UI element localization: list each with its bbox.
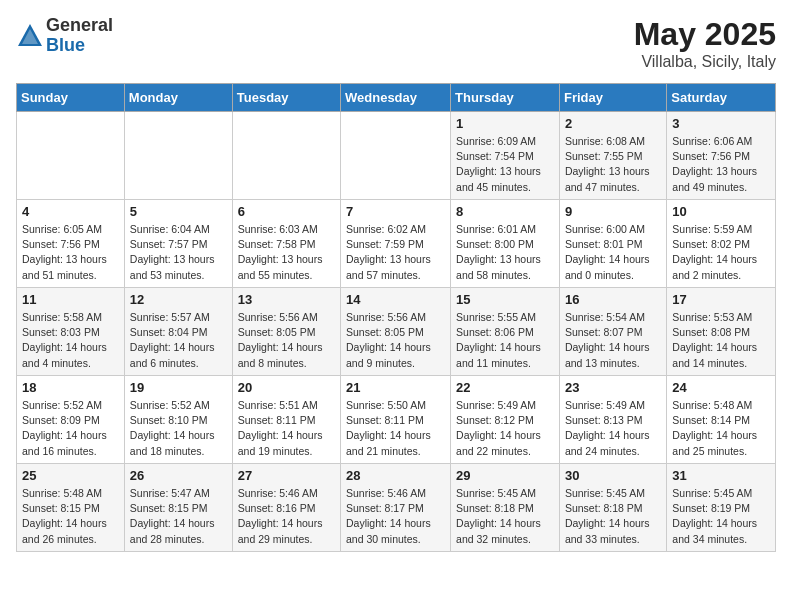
day-number: 1 [456,116,554,131]
calendar-table: SundayMondayTuesdayWednesdayThursdayFrid… [16,83,776,552]
day-number: 5 [130,204,227,219]
day-number: 28 [346,468,445,483]
day-number: 24 [672,380,770,395]
day-number: 9 [565,204,661,219]
day-number: 3 [672,116,770,131]
day-info: Sunrise: 5:53 AM Sunset: 8:08 PM Dayligh… [672,310,770,371]
day-number: 29 [456,468,554,483]
month-title: May 2025 [634,16,776,53]
calendar-cell: 13Sunrise: 5:56 AM Sunset: 8:05 PM Dayli… [232,288,340,376]
day-info: Sunrise: 5:56 AM Sunset: 8:05 PM Dayligh… [238,310,335,371]
day-number: 4 [22,204,119,219]
page-header: General Blue May 2025 Villalba, Sicily, … [16,16,776,71]
day-number: 8 [456,204,554,219]
weekday-header-monday: Monday [124,84,232,112]
weekday-header-wednesday: Wednesday [341,84,451,112]
day-info: Sunrise: 5:51 AM Sunset: 8:11 PM Dayligh… [238,398,335,459]
logo-icon [16,22,44,50]
day-number: 17 [672,292,770,307]
calendar-cell: 17Sunrise: 5:53 AM Sunset: 8:08 PM Dayli… [667,288,776,376]
day-number: 31 [672,468,770,483]
logo-general-text: General [46,16,113,36]
day-info: Sunrise: 6:03 AM Sunset: 7:58 PM Dayligh… [238,222,335,283]
day-number: 10 [672,204,770,219]
calendar-week-3: 11Sunrise: 5:58 AM Sunset: 8:03 PM Dayli… [17,288,776,376]
day-info: Sunrise: 5:50 AM Sunset: 8:11 PM Dayligh… [346,398,445,459]
day-info: Sunrise: 5:49 AM Sunset: 8:12 PM Dayligh… [456,398,554,459]
day-info: Sunrise: 5:55 AM Sunset: 8:06 PM Dayligh… [456,310,554,371]
day-info: Sunrise: 6:01 AM Sunset: 8:00 PM Dayligh… [456,222,554,283]
day-number: 22 [456,380,554,395]
day-number: 13 [238,292,335,307]
day-info: Sunrise: 5:52 AM Sunset: 8:09 PM Dayligh… [22,398,119,459]
day-info: Sunrise: 6:00 AM Sunset: 8:01 PM Dayligh… [565,222,661,283]
calendar-cell: 9Sunrise: 6:00 AM Sunset: 8:01 PM Daylig… [559,200,666,288]
calendar-cell: 3Sunrise: 6:06 AM Sunset: 7:56 PM Daylig… [667,112,776,200]
day-info: Sunrise: 5:45 AM Sunset: 8:18 PM Dayligh… [456,486,554,547]
day-number: 18 [22,380,119,395]
calendar-cell: 12Sunrise: 5:57 AM Sunset: 8:04 PM Dayli… [124,288,232,376]
calendar-cell: 4Sunrise: 6:05 AM Sunset: 7:56 PM Daylig… [17,200,125,288]
day-info: Sunrise: 6:05 AM Sunset: 7:56 PM Dayligh… [22,222,119,283]
calendar-cell: 22Sunrise: 5:49 AM Sunset: 8:12 PM Dayli… [451,376,560,464]
calendar-cell: 1Sunrise: 6:09 AM Sunset: 7:54 PM Daylig… [451,112,560,200]
logo-text: General Blue [46,16,113,56]
day-info: Sunrise: 5:52 AM Sunset: 8:10 PM Dayligh… [130,398,227,459]
weekday-header-friday: Friday [559,84,666,112]
day-info: Sunrise: 6:08 AM Sunset: 7:55 PM Dayligh… [565,134,661,195]
day-number: 26 [130,468,227,483]
calendar-cell: 27Sunrise: 5:46 AM Sunset: 8:16 PM Dayli… [232,464,340,552]
calendar-cell: 10Sunrise: 5:59 AM Sunset: 8:02 PM Dayli… [667,200,776,288]
day-info: Sunrise: 5:54 AM Sunset: 8:07 PM Dayligh… [565,310,661,371]
calendar-cell: 23Sunrise: 5:49 AM Sunset: 8:13 PM Dayli… [559,376,666,464]
calendar-cell: 7Sunrise: 6:02 AM Sunset: 7:59 PM Daylig… [341,200,451,288]
calendar-cell: 28Sunrise: 5:46 AM Sunset: 8:17 PM Dayli… [341,464,451,552]
calendar-cell: 29Sunrise: 5:45 AM Sunset: 8:18 PM Dayli… [451,464,560,552]
day-number: 30 [565,468,661,483]
calendar-cell: 26Sunrise: 5:47 AM Sunset: 8:15 PM Dayli… [124,464,232,552]
calendar-cell: 5Sunrise: 6:04 AM Sunset: 7:57 PM Daylig… [124,200,232,288]
day-number: 19 [130,380,227,395]
day-info: Sunrise: 6:06 AM Sunset: 7:56 PM Dayligh… [672,134,770,195]
calendar-week-5: 25Sunrise: 5:48 AM Sunset: 8:15 PM Dayli… [17,464,776,552]
logo: General Blue [16,16,113,56]
calendar-week-1: 1Sunrise: 6:09 AM Sunset: 7:54 PM Daylig… [17,112,776,200]
weekday-header-saturday: Saturday [667,84,776,112]
day-number: 6 [238,204,335,219]
day-info: Sunrise: 5:46 AM Sunset: 8:17 PM Dayligh… [346,486,445,547]
weekday-header-thursday: Thursday [451,84,560,112]
day-info: Sunrise: 5:58 AM Sunset: 8:03 PM Dayligh… [22,310,119,371]
calendar-cell: 19Sunrise: 5:52 AM Sunset: 8:10 PM Dayli… [124,376,232,464]
calendar-cell: 8Sunrise: 6:01 AM Sunset: 8:00 PM Daylig… [451,200,560,288]
day-info: Sunrise: 6:02 AM Sunset: 7:59 PM Dayligh… [346,222,445,283]
day-info: Sunrise: 5:59 AM Sunset: 8:02 PM Dayligh… [672,222,770,283]
calendar-cell: 18Sunrise: 5:52 AM Sunset: 8:09 PM Dayli… [17,376,125,464]
title-area: May 2025 Villalba, Sicily, Italy [634,16,776,71]
day-info: Sunrise: 5:48 AM Sunset: 8:14 PM Dayligh… [672,398,770,459]
calendar-cell: 6Sunrise: 6:03 AM Sunset: 7:58 PM Daylig… [232,200,340,288]
calendar-week-2: 4Sunrise: 6:05 AM Sunset: 7:56 PM Daylig… [17,200,776,288]
calendar-cell: 16Sunrise: 5:54 AM Sunset: 8:07 PM Dayli… [559,288,666,376]
day-number: 14 [346,292,445,307]
day-number: 21 [346,380,445,395]
day-number: 7 [346,204,445,219]
calendar-cell: 24Sunrise: 5:48 AM Sunset: 8:14 PM Dayli… [667,376,776,464]
day-info: Sunrise: 6:04 AM Sunset: 7:57 PM Dayligh… [130,222,227,283]
calendar-cell: 31Sunrise: 5:45 AM Sunset: 8:19 PM Dayli… [667,464,776,552]
day-number: 23 [565,380,661,395]
day-number: 25 [22,468,119,483]
day-info: Sunrise: 5:47 AM Sunset: 8:15 PM Dayligh… [130,486,227,547]
day-info: Sunrise: 5:46 AM Sunset: 8:16 PM Dayligh… [238,486,335,547]
calendar-cell [17,112,125,200]
day-info: Sunrise: 5:45 AM Sunset: 8:19 PM Dayligh… [672,486,770,547]
day-number: 15 [456,292,554,307]
day-number: 11 [22,292,119,307]
calendar-cell: 20Sunrise: 5:51 AM Sunset: 8:11 PM Dayli… [232,376,340,464]
day-number: 2 [565,116,661,131]
day-info: Sunrise: 5:57 AM Sunset: 8:04 PM Dayligh… [130,310,227,371]
calendar-cell [232,112,340,200]
day-number: 12 [130,292,227,307]
day-number: 16 [565,292,661,307]
calendar-cell: 11Sunrise: 5:58 AM Sunset: 8:03 PM Dayli… [17,288,125,376]
calendar-header-row: SundayMondayTuesdayWednesdayThursdayFrid… [17,84,776,112]
